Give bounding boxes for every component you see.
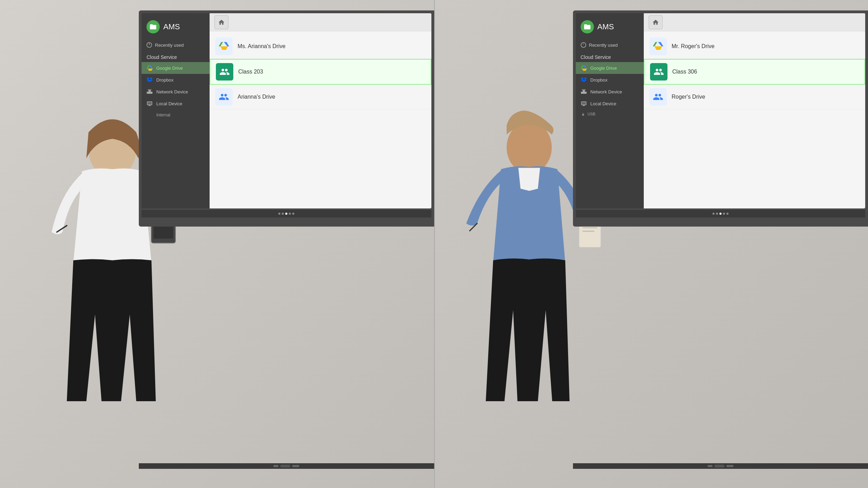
screen-right: AMS Recently used Cloud Service Google D…: [576, 13, 865, 208]
sidebar-left: AMS Recently used Cloud Service Google D…: [142, 13, 210, 208]
google-drive-icon-arianna: [219, 41, 229, 52]
recently-used-left[interactable]: Recently used: [142, 39, 210, 51]
dot1: [278, 213, 280, 215]
content-header-right: [644, 13, 865, 31]
home-button-left[interactable]: [214, 15, 228, 29]
dot2: [282, 213, 284, 215]
dot4r: [723, 213, 725, 215]
control-right-r: [726, 465, 733, 467]
dot5r: [726, 213, 729, 215]
recently-used-right[interactable]: Recently used: [576, 39, 644, 51]
google-drive-item-right[interactable]: Google Drive: [576, 62, 644, 74]
sidebar-right: AMS Recently used Cloud Service Google D…: [576, 13, 644, 208]
dropbox-icon-left: [146, 77, 153, 83]
content-area-left: Ms. Arianna's Drive Class 203: [210, 13, 431, 208]
personal-drive-icon-arianna: [215, 88, 233, 106]
home-icon-left: [218, 19, 225, 26]
control-left-r: [708, 465, 712, 467]
content-list-right: Mr. Roger's Drive Class 306: [644, 31, 865, 208]
personal-roger-label: Roger's Drive: [672, 94, 705, 100]
control-mid: [280, 465, 290, 467]
home-icon-right: [652, 19, 659, 26]
svg-rect-4: [147, 92, 153, 94]
class203-label: Class 203: [238, 69, 263, 75]
monitor-right: AMS Recently used Cloud Service Google D…: [573, 10, 868, 227]
local-device-item-left[interactable]: Local Device: [142, 98, 210, 109]
dot1r: [712, 213, 715, 215]
class306-svg-icon: [654, 67, 664, 77]
internal-item-left[interactable]: Internal: [142, 109, 210, 121]
control-right: [292, 465, 299, 467]
sidebar-header-right: AMS: [576, 17, 644, 39]
sidebar-header-left: AMS: [142, 17, 210, 39]
cloud-service-label-right: Cloud Service: [576, 51, 644, 62]
dot3: [285, 213, 287, 215]
panel-divider: [434, 0, 435, 488]
rogers-drive-label: Mr. Roger's Drive: [672, 43, 715, 49]
list-item-class203[interactable]: Class 203: [210, 59, 431, 85]
list-item-arianna-drive[interactable]: Ms. Arianna's Drive: [210, 34, 431, 59]
list-item-personal-arianna[interactable]: Arianna's Drive: [210, 85, 431, 109]
ams-title-right: AMS: [597, 22, 614, 31]
control-left: [273, 465, 278, 467]
dropbox-item-right[interactable]: Dropbox: [576, 74, 644, 86]
clock-icon-left: [146, 42, 152, 48]
local-device-icon-right: [581, 101, 587, 106]
network-icon-left: [146, 89, 153, 94]
list-item-personal-roger[interactable]: Roger's Drive: [644, 85, 865, 109]
dropbox-item-left[interactable]: Dropbox: [142, 74, 210, 86]
local-device-item-right[interactable]: Local Device: [576, 98, 644, 109]
content-header-left: [210, 13, 431, 31]
class-icon: [219, 67, 230, 77]
svg-rect-6: [148, 89, 152, 90]
svg-rect-8: [148, 102, 152, 105]
svg-rect-9: [149, 105, 151, 106]
svg-rect-21: [583, 105, 585, 106]
local-device-icon-left: [146, 101, 153, 106]
clock-icon-right: [581, 42, 586, 48]
personal-drive-icon-roger: [649, 88, 667, 106]
class306-icon: [650, 63, 667, 81]
personal-arianna-label: Arianna's Drive: [237, 94, 275, 100]
content-area-right: Mr. Roger's Drive Class 306: [644, 13, 865, 208]
content-list-left: Ms. Arianna's Drive Class 203: [210, 31, 431, 208]
cloud-service-label-left: Cloud Service: [142, 51, 210, 62]
folder-icon-left: [146, 20, 160, 33]
network-device-item-left[interactable]: Network Device: [142, 86, 210, 98]
usb-icon-right: [581, 112, 586, 116]
drive-icon-roger: [649, 38, 667, 55]
network-device-item-right[interactable]: Network Device: [576, 86, 644, 98]
dot2r: [716, 213, 718, 215]
dot4: [289, 213, 291, 215]
home-button-right[interactable]: [649, 15, 663, 29]
svg-rect-20: [582, 102, 586, 105]
arianna-drive-label: Ms. Arianna's Drive: [237, 43, 285, 49]
list-item-class306[interactable]: Class 306: [644, 59, 865, 85]
google-drive-icon-right: [581, 65, 587, 71]
monitor-bottom-right: [576, 210, 865, 218]
google-drive-icon-roger: [653, 41, 663, 52]
network-icon-right: [581, 89, 587, 94]
dot5: [292, 213, 294, 215]
monitor-controls-left: [139, 463, 434, 469]
svg-rect-16: [581, 92, 587, 94]
left-panel: AMS Recently used Cloud Service Google D…: [0, 0, 434, 488]
monitor-left: AMS Recently used Cloud Service Google D…: [139, 10, 434, 227]
right-panel: AMS Recently used Cloud Service Google D…: [434, 0, 868, 488]
google-drive-icon-left: [146, 65, 153, 71]
dot3r: [719, 213, 722, 215]
class203-icon: [216, 63, 233, 81]
personal-icon-roger: [653, 92, 663, 102]
monitor-bottom-left: [142, 210, 431, 218]
personal-icon-arianna: [219, 92, 229, 102]
usb-item-right[interactable]: USB: [576, 109, 644, 119]
list-item-rogers-drive[interactable]: Mr. Roger's Drive: [644, 34, 865, 59]
svg-rect-18: [582, 89, 586, 90]
control-mid-r: [715, 465, 724, 467]
screen-left: AMS Recently used Cloud Service Google D…: [142, 13, 431, 208]
google-drive-item-left[interactable]: Google Drive: [142, 62, 210, 74]
class306-label: Class 306: [672, 69, 697, 75]
ams-title-left: AMS: [163, 22, 180, 31]
monitor-controls-right: [573, 463, 868, 469]
drive-icon-arianna: [215, 38, 233, 55]
